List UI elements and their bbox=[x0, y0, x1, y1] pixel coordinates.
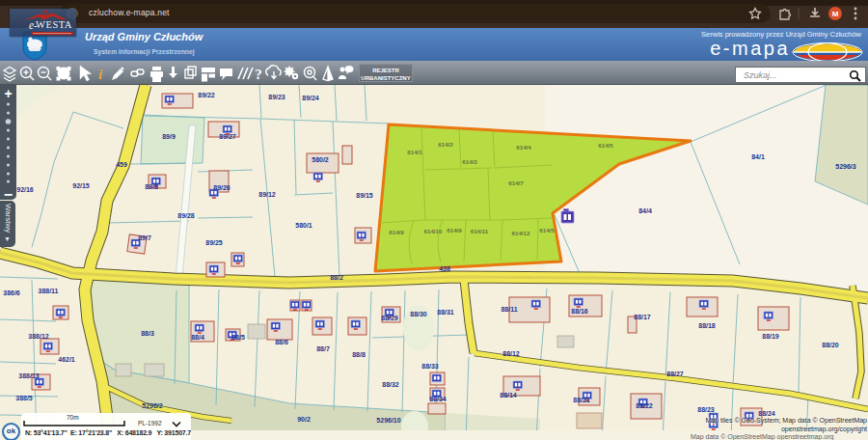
svg-text:459: 459 bbox=[116, 161, 127, 168]
svg-text:614/2: 614/2 bbox=[438, 141, 453, 148]
svg-text:M: M bbox=[832, 10, 839, 18]
svg-text:89/26: 89/26 bbox=[213, 184, 231, 191]
svg-text:88/12: 88/12 bbox=[502, 350, 520, 357]
svg-text:614/12: 614/12 bbox=[512, 230, 530, 236]
svg-text:i: i bbox=[98, 67, 103, 82]
svg-text:5296/10: 5296/10 bbox=[376, 417, 400, 424]
svg-text:614/5: 614/5 bbox=[539, 227, 555, 234]
svg-text:88/31: 88/31 bbox=[437, 309, 454, 316]
svg-text:89/12: 89/12 bbox=[258, 191, 276, 198]
svg-text:88/4: 88/4 bbox=[191, 334, 204, 341]
svg-text:89/25: 89/25 bbox=[205, 239, 223, 246]
svg-text:388/13: 388/13 bbox=[18, 372, 40, 379]
svg-text:88/3: 88/3 bbox=[141, 330, 154, 337]
svg-text:88/33: 88/33 bbox=[421, 363, 439, 370]
svg-text:88/5: 88/5 bbox=[231, 334, 245, 341]
svg-text:89/23: 89/23 bbox=[268, 94, 285, 100]
svg-text:88/20: 88/20 bbox=[822, 342, 839, 348]
svg-text:438: 438 bbox=[439, 265, 450, 272]
svg-text:614/3: 614/3 bbox=[462, 158, 477, 165]
svg-text:89/22: 89/22 bbox=[198, 92, 215, 98]
svg-text:88/17: 88/17 bbox=[634, 314, 651, 320]
svg-text:84/1: 84/1 bbox=[751, 153, 765, 160]
svg-text:88/11: 88/11 bbox=[501, 306, 517, 313]
svg-text:386/6: 386/6 bbox=[3, 289, 20, 296]
svg-text:614/7: 614/7 bbox=[508, 179, 524, 186]
svg-text:92/16: 92/16 bbox=[16, 186, 34, 193]
svg-text:88/2: 88/2 bbox=[330, 274, 343, 281]
svg-text:388/11: 388/11 bbox=[38, 288, 58, 294]
svg-text:88/8: 88/8 bbox=[352, 351, 366, 358]
svg-text:388/5: 388/5 bbox=[15, 395, 33, 401]
svg-text:92/15: 92/15 bbox=[72, 182, 90, 189]
svg-text:89/8: 89/8 bbox=[145, 183, 158, 190]
svg-text:88/19: 88/19 bbox=[762, 333, 779, 340]
svg-text:614/9: 614/9 bbox=[389, 229, 404, 235]
svg-text:88/34: 88/34 bbox=[429, 396, 447, 402]
svg-text:88/21: 88/21 bbox=[573, 397, 590, 403]
svg-text:462/1: 462/1 bbox=[58, 356, 75, 363]
svg-text:614/1: 614/1 bbox=[407, 149, 422, 155]
svg-text:580/1: 580/1 bbox=[295, 222, 312, 229]
svg-text:e-: e- bbox=[29, 19, 38, 31]
svg-text:614/11: 614/11 bbox=[471, 228, 489, 234]
svg-text:89/15: 89/15 bbox=[356, 192, 373, 199]
svg-text:88/18: 88/18 bbox=[698, 322, 716, 329]
svg-text:388/12: 388/12 bbox=[28, 333, 49, 340]
svg-text:89/24: 89/24 bbox=[302, 95, 319, 101]
svg-text:WESTA: WESTA bbox=[36, 19, 72, 30]
svg-text:5296/3: 5296/3 bbox=[835, 163, 856, 170]
svg-text:89/9: 89/9 bbox=[162, 133, 176, 140]
svg-text:580/2: 580/2 bbox=[312, 156, 329, 163]
svg-text:70m: 70m bbox=[67, 414, 79, 421]
svg-text:88/29: 88/29 bbox=[381, 315, 398, 321]
svg-text:88/24: 88/24 bbox=[758, 410, 775, 417]
svg-text:PL-1992: PL-1992 bbox=[138, 420, 162, 426]
svg-text:614/9: 614/9 bbox=[447, 227, 462, 234]
svg-text:88/14: 88/14 bbox=[500, 392, 517, 399]
svg-text:88/16: 88/16 bbox=[571, 308, 588, 315]
svg-text:88/22: 88/22 bbox=[636, 402, 653, 409]
svg-text:90/2: 90/2 bbox=[297, 416, 311, 423]
svg-text:89/27: 89/27 bbox=[219, 133, 236, 140]
svg-text:88/27: 88/27 bbox=[666, 371, 684, 377]
svg-text:89/28: 89/28 bbox=[177, 212, 195, 219]
svg-text:89/7: 89/7 bbox=[138, 234, 151, 241]
svg-text:88/6: 88/6 bbox=[275, 339, 288, 345]
svg-text:88/23: 88/23 bbox=[697, 406, 715, 413]
svg-text:?: ? bbox=[255, 67, 262, 82]
svg-text:614/10: 614/10 bbox=[424, 228, 443, 234]
svg-text:88/32: 88/32 bbox=[382, 381, 399, 388]
svg-text:614/4: 614/4 bbox=[516, 144, 531, 151]
svg-text:614/5: 614/5 bbox=[598, 142, 613, 149]
svg-text:5296/2: 5296/2 bbox=[142, 402, 163, 409]
svg-text:84/4: 84/4 bbox=[638, 207, 652, 214]
svg-text:88/7: 88/7 bbox=[316, 345, 330, 352]
svg-text:88/30: 88/30 bbox=[410, 311, 427, 317]
